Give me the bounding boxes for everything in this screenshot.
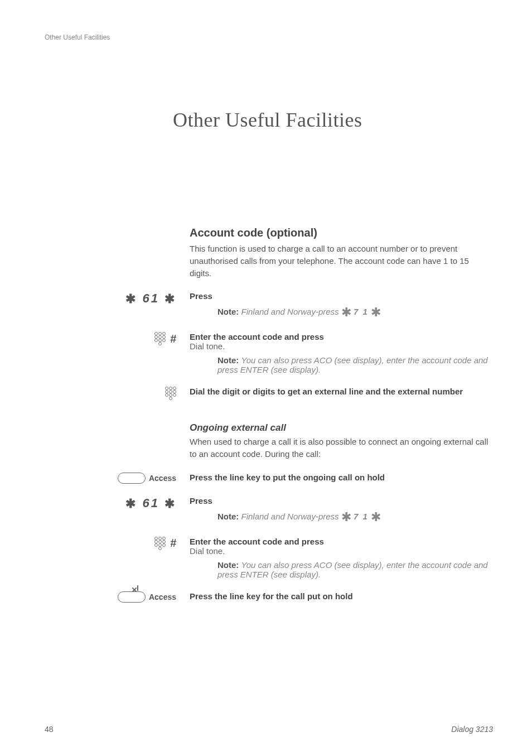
press-line-key-resume: Press the line key for the call put on h… [190,591,493,601]
line-key-flash-icon [118,591,146,603]
model-name: Dialog 3213 [451,725,493,734]
enter-account-label-1: Enter the account code and press [190,332,493,341]
note-prefix-4: Note: [217,560,239,570]
note-text-3: Finland and Norway-press ✱ 7 1 ✱ [241,512,381,521]
header-label: Other Useful Facilities [45,33,493,41]
press-label-1: Press [190,291,493,301]
note-text-1: Finland and Norway-press ✱ 7 1 ✱ [241,307,381,316]
dial-code-61-second: ✱ 61 ✱ [125,496,176,511]
note-text-4: You can also press ACO (see display), en… [217,560,488,579]
note-prefix-1: Note: [217,307,239,316]
keypad-icon [154,537,166,550]
ongoing-desc: When used to charge a call it is also po… [190,436,493,460]
dial-code-61-first: ✱ 61 ✱ [125,291,176,306]
keypad-icon [165,387,176,400]
section-desc-account: This function is used to charge a call t… [190,243,493,279]
keypad-icon [154,332,166,345]
page-footer: 48 Dialog 3213 [45,725,493,734]
dial-tone-2: Dial tone. [190,546,493,556]
note-text-2: You can also press ACO (see display), en… [217,355,488,374]
dial-external-label: Dial the digit or digits to get an exter… [190,387,493,396]
chapter-title: Other Useful Facilities [173,108,493,132]
dial-tone-1: Dial tone. [190,341,493,351]
press-label-2: Press [190,496,493,505]
note-prefix-2: Note: [217,355,239,365]
enter-account-label-2: Enter the account code and press [190,537,493,546]
note-prefix-3: Note: [217,512,239,521]
access-label-1: Access [149,474,176,483]
access-label-2: Access [149,593,176,601]
press-line-key-hold: Press the line key to put the ongoing ca… [190,473,493,482]
line-key-icon [118,473,146,484]
hash-icon: # [170,537,176,550]
section-heading-account: Account code (optional) [190,227,493,239]
page-number: 48 [45,725,54,734]
hash-icon: # [170,333,176,345]
subheading-ongoing: Ongoing external call [190,422,493,434]
